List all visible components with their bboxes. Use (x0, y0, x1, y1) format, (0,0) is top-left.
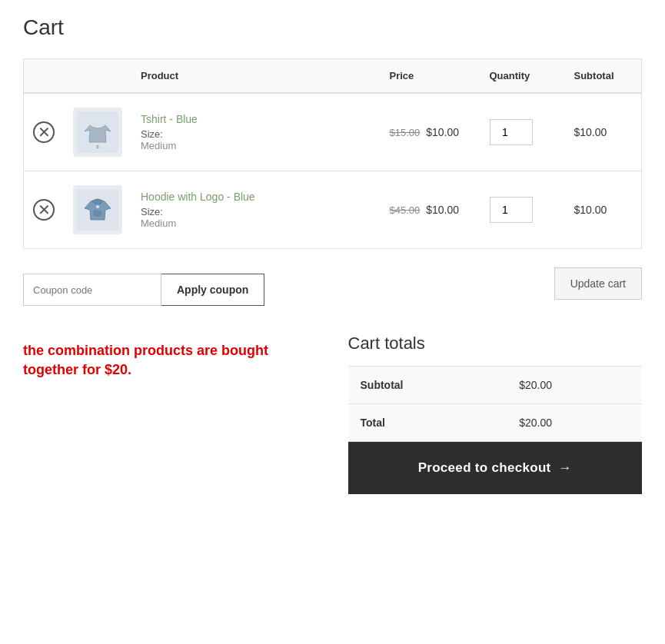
product-size-label-1: Size: (141, 128, 371, 140)
totals-subtotal-value: $20.00 (507, 367, 642, 404)
product-info-cell: Tshirt - Blue Size: Medium (131, 93, 381, 171)
totals-total-row: Total $20.00 (348, 404, 643, 442)
product-image-hoodie (73, 185, 122, 234)
product-subtotal-cell-2: $10.00 (565, 171, 642, 249)
col-price-header: Price (381, 59, 480, 94)
cart-table: Product Price Quantity Subtotal ✕ S (23, 58, 642, 249)
totals-subtotal-label: Subtotal (348, 367, 507, 404)
table-row: ✕ S Tshirt - Blue Size: Medium (24, 93, 642, 171)
product-size-value-2: Medium (141, 217, 371, 229)
page-title: Cart (23, 15, 642, 40)
svg-rect-3 (94, 211, 101, 216)
table-row: ✕ (24, 171, 642, 249)
product-qty-cell-1 (480, 93, 565, 171)
product-size-value-1: Medium (141, 140, 371, 151)
totals-total-value: $20.00 (507, 404, 642, 442)
remove-cell: ✕ (24, 93, 65, 171)
cart-totals-title: Cart totals (348, 334, 643, 354)
col-qty-header: Quantity (480, 59, 565, 94)
sale-price-1: $10.00 (426, 126, 459, 138)
qty-input-1[interactable] (490, 119, 533, 145)
subtotal-1: $10.00 (574, 126, 607, 138)
product-info-cell: Hoodie with Logo - Blue Size: Medium (131, 171, 381, 249)
cart-totals: Cart totals Subtotal $20.00 Total $20.00… (348, 334, 643, 494)
coupon-input[interactable] (23, 274, 161, 306)
product-info-hoodie: Hoodie with Logo - Blue Size: Medium (141, 191, 371, 229)
proceed-to-checkout-button[interactable]: Proceed to checkout → (348, 442, 643, 494)
remove-item-1-button[interactable]: ✕ (33, 121, 55, 143)
cart-actions: Apply coupon Update cart (23, 261, 642, 306)
update-cart-button[interactable]: Update cart (554, 267, 642, 300)
product-subtotal-cell-1: $10.00 (565, 93, 642, 171)
apply-coupon-button[interactable]: Apply coupon (161, 274, 264, 306)
qty-input-2[interactable] (490, 197, 533, 223)
subtotal-2: $10.00 (574, 204, 607, 216)
col-remove-header (24, 59, 65, 94)
product-qty-cell-2 (480, 171, 565, 249)
original-price-2: $45.00 (390, 204, 421, 216)
col-product-header: Product (131, 59, 381, 94)
checkout-arrow-icon: → (559, 460, 572, 476)
product-link-hoodie[interactable]: Hoodie with Logo - Blue (141, 191, 255, 203)
col-image-header (64, 59, 131, 94)
product-image-cell: S (64, 93, 131, 171)
totals-subtotal-row: Subtotal $20.00 (348, 367, 643, 404)
product-price-cell-2: $45.00 $10.00 (381, 171, 480, 249)
product-image-tshirt: S (73, 108, 122, 157)
product-image-cell (64, 171, 131, 249)
checkout-label: Proceed to checkout (418, 460, 551, 476)
totals-table: Subtotal $20.00 Total $20.00 (348, 366, 643, 442)
sale-price-2: $10.00 (426, 204, 459, 216)
product-info-tshirt: Tshirt - Blue Size: Medium (141, 113, 371, 151)
svg-point-4 (96, 205, 99, 208)
product-price-cell-1: $15.00 $10.00 (381, 93, 480, 171)
bottom-section: the combination products are bought toge… (23, 334, 642, 494)
remove-item-2-button[interactable]: ✕ (33, 199, 55, 221)
promo-message: the combination products are bought toge… (23, 334, 318, 380)
remove-cell: ✕ (24, 171, 65, 249)
original-price-1: $15.00 (390, 127, 421, 138)
coupon-row: Apply coupon (23, 274, 264, 306)
col-subtotal-header: Subtotal (565, 59, 642, 94)
totals-total-label: Total (348, 404, 507, 442)
product-link-tshirt[interactable]: Tshirt - Blue (141, 113, 198, 125)
product-size-label-2: Size: (141, 206, 371, 217)
